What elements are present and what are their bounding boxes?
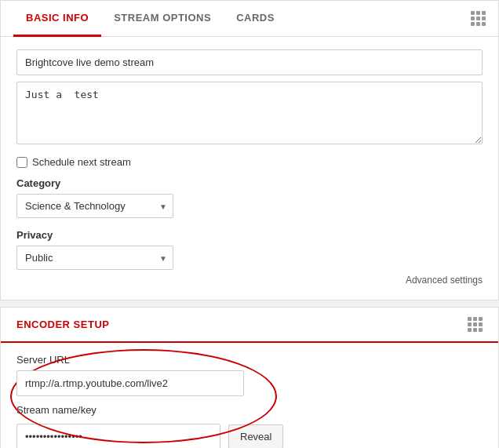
encoder-fields: Server URL Stream name/key Reveal bbox=[16, 354, 483, 448]
privacy-select-wrapper: Public Unlisted Private ▼ bbox=[16, 246, 173, 270]
basic-info-body: Just a test Schedule next stream Categor… bbox=[1, 37, 498, 300]
server-url-input[interactable] bbox=[16, 370, 244, 396]
privacy-select[interactable]: Public Unlisted Private bbox=[16, 246, 173, 270]
category-label: Category bbox=[16, 177, 483, 189]
stream-key-label: Stream name/key bbox=[16, 404, 483, 416]
title-input[interactable] bbox=[16, 49, 483, 75]
basic-info-card: BASIC INFO STREAM OPTIONS CARDS Just a t… bbox=[0, 0, 499, 300]
schedule-label: Schedule next stream bbox=[32, 156, 131, 168]
tab-stream-options[interactable]: STREAM OPTIONS bbox=[101, 1, 224, 37]
category-select[interactable]: Science & Technology Entertainment Educa… bbox=[16, 194, 173, 218]
tab-bar: BASIC INFO STREAM OPTIONS CARDS bbox=[1, 1, 498, 37]
server-url-wrapper bbox=[16, 370, 483, 396]
advanced-settings-link[interactable]: Advanced settings bbox=[16, 270, 483, 287]
category-select-wrapper: Science & Technology Entertainment Educa… bbox=[16, 194, 173, 218]
reveal-button[interactable]: Reveal bbox=[228, 424, 283, 448]
encoder-header: ENCODER SETUP bbox=[1, 308, 498, 343]
encoder-title: ENCODER SETUP bbox=[16, 319, 109, 330]
grid-icon[interactable] bbox=[471, 11, 486, 26]
stream-key-row: Reveal bbox=[16, 424, 483, 448]
server-url-label: Server URL bbox=[16, 354, 483, 366]
schedule-row: Schedule next stream bbox=[16, 156, 483, 168]
stream-key-input[interactable] bbox=[16, 424, 220, 448]
tab-basic-info[interactable]: BASIC INFO bbox=[13, 1, 101, 37]
tab-cards[interactable]: CARDS bbox=[224, 1, 287, 37]
encoder-body: Server URL Stream name/key Reveal bbox=[1, 343, 498, 448]
encoder-setup-card: ENCODER SETUP Server URL Stream name/key… bbox=[0, 307, 499, 448]
encoder-grid-icon[interactable] bbox=[468, 317, 483, 332]
privacy-label: Privacy bbox=[16, 229, 483, 241]
description-input[interactable]: Just a test bbox=[16, 82, 483, 144]
schedule-checkbox[interactable] bbox=[16, 157, 27, 168]
